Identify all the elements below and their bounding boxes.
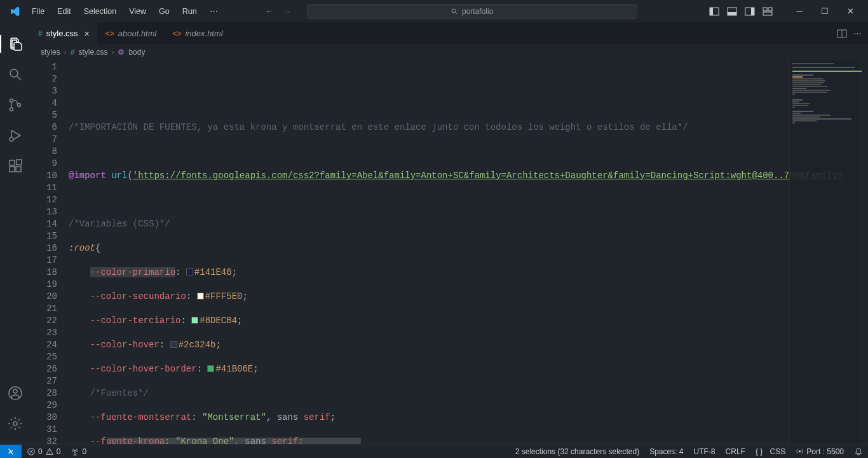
svg-point-14	[10, 108, 13, 111]
window-close[interactable]: ✕	[837, 0, 863, 22]
html-file-icon: <>	[172, 29, 181, 38]
svg-rect-19	[16, 167, 21, 172]
line-numbers: 1234567891011121314151617181920212223242…	[31, 60, 69, 444]
error-icon	[27, 447, 36, 456]
breadcrumb-item[interactable]: style.css	[78, 48, 107, 57]
svg-rect-7	[751, 8, 754, 15]
status-language[interactable]: { } CSS	[750, 447, 790, 456]
menu-run[interactable]: Run	[177, 4, 202, 18]
css-file-icon: #	[38, 29, 43, 38]
warning-icon	[45, 447, 54, 456]
breadcrumbs[interactable]: styles › # style.css › ⚙ body	[31, 45, 868, 60]
status-notifications[interactable]	[849, 447, 868, 456]
tab-close-icon[interactable]: ×	[85, 29, 90, 39]
symbol-icon: ⚙	[118, 48, 125, 57]
bell-icon	[854, 447, 863, 456]
editor-tabs: # style.css × <> about.html <> index.htm…	[31, 22, 868, 45]
tab-style-css[interactable]: # style.css ×	[31, 22, 98, 45]
svg-point-31	[74, 449, 76, 451]
activity-bar	[0, 22, 31, 444]
svg-rect-8	[763, 8, 767, 11]
window-minimize[interactable]: ─	[787, 0, 812, 22]
remote-indicator[interactable]	[0, 445, 22, 459]
menu-file[interactable]: File	[27, 4, 50, 18]
editor[interactable]: 1234567891011121314151617181920212223242…	[31, 60, 868, 444]
activity-run-debug[interactable]	[0, 120, 31, 151]
activity-settings[interactable]	[0, 408, 31, 439]
layout-secondary-sidebar-icon[interactable]	[745, 6, 755, 17]
chevron-right-icon: ›	[111, 48, 114, 57]
command-center[interactable]: portafolio	[307, 4, 637, 19]
customize-layout-icon[interactable]	[763, 6, 773, 17]
svg-rect-5	[728, 12, 736, 15]
svg-point-16	[10, 137, 13, 141]
svg-point-32	[799, 450, 801, 452]
activity-search[interactable]	[0, 59, 31, 90]
svg-rect-20	[17, 160, 22, 165]
titlebar: File Edit Selection View Go Run ⋯ ← → po…	[0, 0, 868, 22]
svg-point-15	[18, 104, 21, 107]
activity-source-control[interactable]	[0, 90, 31, 120]
svg-point-11	[10, 69, 18, 77]
svg-point-23	[13, 422, 17, 426]
search-icon	[451, 8, 458, 15]
more-actions-icon[interactable]: ⋯	[853, 29, 862, 38]
status-encoding[interactable]: UTF-8	[689, 447, 721, 456]
horizontal-scrollbar[interactable]	[107, 438, 361, 444]
status-indentation[interactable]: Spaces: 4	[644, 447, 688, 456]
tab-label: style.css	[46, 29, 78, 38]
tab-index-html[interactable]: <> index.html	[165, 22, 231, 45]
status-problems[interactable]: 0 0	[22, 447, 65, 456]
css-file-icon: #	[71, 48, 75, 57]
svg-rect-17	[10, 160, 15, 165]
nav-forward-icon[interactable]: →	[282, 5, 293, 17]
breadcrumb-item[interactable]: styles	[41, 48, 60, 57]
minimap[interactable]	[789, 60, 859, 444]
search-placeholder: portafolio	[462, 7, 493, 16]
svg-rect-9	[768, 8, 772, 11]
svg-rect-3	[710, 8, 713, 15]
menu-view[interactable]: View	[124, 4, 151, 18]
breadcrumb-item[interactable]: body	[128, 48, 145, 57]
tab-label: index.html	[185, 29, 222, 38]
svg-line-1	[455, 12, 457, 14]
status-ports[interactable]: 0	[65, 447, 92, 456]
menu-selection[interactable]: Selection	[79, 4, 121, 18]
svg-point-13	[10, 99, 13, 102]
activity-extensions[interactable]	[0, 151, 31, 181]
broadcast-icon	[796, 447, 804, 455]
svg-line-12	[17, 76, 21, 80]
svg-point-30	[49, 453, 50, 454]
statusbar: 0 0 0 2 selections (32 characters select…	[0, 444, 868, 458]
radio-tower-icon	[71, 447, 79, 456]
svg-point-22	[13, 389, 17, 393]
activity-explorer[interactable]	[0, 29, 31, 59]
svg-rect-18	[10, 167, 15, 172]
layout-panel-icon[interactable]	[727, 6, 737, 17]
tab-about-html[interactable]: <> about.html	[98, 22, 165, 45]
code-content[interactable]: /*IMPORTACIÓN DE FUENTES, ya esta krona …	[69, 60, 868, 444]
menu-edit[interactable]: Edit	[52, 4, 76, 18]
tab-label: about.html	[118, 29, 157, 38]
status-eol[interactable]: CRLF	[721, 447, 750, 456]
status-selection[interactable]: 2 selections (32 characters selected)	[510, 447, 644, 456]
svg-rect-10	[763, 12, 772, 15]
vscode-logo-icon	[9, 6, 20, 17]
html-file-icon: <>	[105, 29, 114, 38]
status-golive[interactable]: Port : 5500	[790, 447, 849, 456]
window-maximize[interactable]: ☐	[812, 0, 837, 22]
split-editor-icon[interactable]	[837, 29, 847, 39]
menu-overflow[interactable]: ⋯	[205, 4, 223, 18]
nav-back-icon[interactable]: ←	[264, 5, 275, 17]
layout-primary-sidebar-icon[interactable]	[709, 6, 719, 17]
activity-accounts[interactable]	[0, 378, 31, 408]
menu-go[interactable]: Go	[154, 4, 175, 18]
svg-point-0	[452, 9, 456, 13]
chevron-right-icon: ›	[64, 48, 67, 57]
